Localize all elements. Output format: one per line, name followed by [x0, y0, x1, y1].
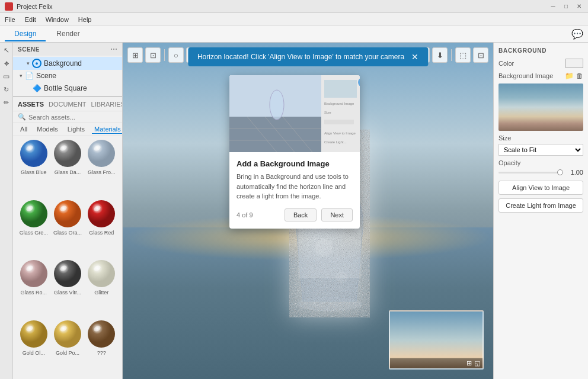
- popup-content: Add a Background Image Bring in a Backgr…: [229, 152, 360, 229]
- scene-item-bottle[interactable]: 🔷 Bottle Square: [13, 82, 122, 95]
- notification-close[interactable]: ✕: [411, 52, 418, 62]
- svg-point-2: [54, 140, 81, 167]
- asset-item[interactable]: Glass Gre...: [18, 199, 49, 257]
- rp-folder-icon[interactable]: 📁: [565, 72, 574, 80]
- svg-point-18: [20, 320, 47, 348]
- rp-color-swatch[interactable]: [565, 59, 583, 68]
- tab-render[interactable]: Render: [47, 27, 89, 41]
- rp-trash-icon[interactable]: 🗑: [576, 72, 583, 80]
- pen-tool-btn[interactable]: ✏: [1, 97, 12, 108]
- select-btn[interactable]: ⊡: [145, 47, 161, 63]
- scene-item-bottle-label: Bottle Square: [44, 84, 87, 92]
- layout-btn[interactable]: ⊡: [473, 47, 488, 63]
- tab-design[interactable]: Design: [5, 27, 46, 41]
- rp-bg-image-label: Background Image: [498, 72, 553, 79]
- menu-file[interactable]: File: [5, 16, 15, 23]
- asset-item[interactable]: Glass Fro...: [86, 139, 117, 197]
- collapse-icon[interactable]: ▾: [25, 60, 31, 66]
- asset-name: Glass Ora...: [53, 230, 82, 236]
- asset-item[interactable]: ???: [86, 319, 117, 377]
- canvas-area[interactable]: Horizon located! Click 'Align View to Im…: [123, 43, 493, 379]
- asset-item[interactable]: Glass Blue: [18, 139, 49, 197]
- create-light-btn[interactable]: Create Light from Image: [498, 198, 583, 213]
- asset-thumbnail: [53, 259, 82, 288]
- minimize-button[interactable]: ─: [549, 2, 557, 11]
- assets-filter-row: All Models Lights Materials: [13, 123, 122, 136]
- rp-size-select[interactable]: Scale to Fit Fit Fill Stretch: [498, 144, 583, 156]
- search-input[interactable]: [28, 114, 117, 121]
- expand-icon[interactable]: ▾: [18, 73, 24, 79]
- svg-point-31: [270, 90, 284, 120]
- menu-help[interactable]: Help: [78, 16, 92, 23]
- menu-window[interactable]: Window: [46, 16, 69, 23]
- scene-menu-icon[interactable]: ⋯: [110, 45, 117, 53]
- rt-separator: [451, 49, 452, 61]
- panel-scroll: SCENE ⋯ ▾ ● Background ▾ 📄 Scen: [13, 43, 122, 379]
- filter-all[interactable]: All: [18, 125, 30, 134]
- assets-tab[interactable]: ASSETS: [18, 101, 44, 108]
- rp-opacity-value: 1.00: [567, 169, 583, 176]
- asset-item[interactable]: Gold Po...: [52, 319, 83, 377]
- svg-point-44: [315, 239, 333, 257]
- move-tool-btn[interactable]: ✥: [1, 58, 12, 69]
- asset-thumbnail: [87, 199, 116, 229]
- popup-preview: Background Image Size Align View to Imag…: [229, 75, 360, 152]
- asset-item[interactable]: Gold Ol...: [18, 319, 49, 377]
- close-button[interactable]: ✕: [575, 2, 583, 11]
- svg-point-4: [88, 140, 115, 167]
- asset-item[interactable]: Glitter: [86, 259, 117, 317]
- next-button[interactable]: Next: [321, 208, 353, 221]
- left-toolbar: ↖ ✥ ▭ ↻ ✏: [0, 43, 13, 379]
- rotate-tool-btn[interactable]: ↻: [1, 84, 12, 95]
- asset-item[interactable]: Glass Ora...: [52, 199, 83, 257]
- svg-point-20: [54, 320, 81, 348]
- asset-item[interactable]: Glass Da...: [52, 139, 83, 197]
- asset-name: Glass Red: [89, 230, 114, 236]
- popup-footer: 4 of 9 Back Next: [237, 208, 353, 221]
- preview-toolbar: ⊞ ◱: [390, 358, 482, 368]
- circle-btn[interactable]: ○: [168, 47, 184, 63]
- svg-text:Size: Size: [324, 111, 331, 114]
- align-view-btn[interactable]: Align View to Image: [498, 181, 583, 195]
- tutorial-popup: Background Image Size Align View to Imag…: [229, 75, 360, 229]
- maximize-button[interactable]: □: [562, 2, 570, 11]
- asset-thumbnail: [19, 259, 49, 288]
- asset-thumbnail: [87, 139, 116, 168]
- scene-item-background[interactable]: ▾ ● Background: [13, 57, 122, 70]
- transform-btn[interactable]: ⊞: [127, 47, 143, 63]
- document-tab[interactable]: DOCUMENT: [49, 101, 87, 108]
- frame-btn[interactable]: ⬚: [455, 47, 471, 63]
- menu-edit[interactable]: Edit: [25, 16, 36, 23]
- rp-opacity-slider[interactable]: [498, 172, 563, 174]
- asset-item[interactable]: Glass Vitr...: [52, 259, 83, 317]
- rp-color-label: Color: [498, 60, 514, 67]
- scene-item-scene[interactable]: ▾ 📄 Scene: [13, 70, 122, 82]
- asset-name: Glass Blue: [21, 169, 47, 175]
- chat-icon[interactable]: 💬: [571, 28, 583, 40]
- popup-counter: 4 of 9: [237, 211, 253, 219]
- window-controls: ─ □ ✕: [549, 2, 583, 11]
- filter-materials[interactable]: Materials: [92, 125, 122, 134]
- rp-bg-actions: 📁 🗑: [565, 72, 583, 80]
- svg-text:Align View to Image: Align View to Image: [324, 131, 356, 135]
- asset-name: Gold Po...: [56, 350, 79, 356]
- back-button[interactable]: Back: [285, 208, 317, 221]
- scene-item-scene-label: Scene: [36, 72, 56, 80]
- assets-grid: Glass BlueGlass Da...Glass Fro...Glass G…: [13, 136, 122, 379]
- preview-grid-btn[interactable]: ⊞: [466, 359, 472, 367]
- app-title: Project Felix: [5, 2, 53, 11]
- tabbar: Design Render 💬: [0, 26, 588, 43]
- svg-text:Create Light...: Create Light...: [324, 140, 347, 144]
- rp-bg-image-preview[interactable]: [498, 83, 583, 131]
- asset-item[interactable]: Glass Ro...: [18, 259, 49, 317]
- mini-viewport: Background Image Size Align View to Imag…: [229, 75, 360, 152]
- rect-tool-btn[interactable]: ▭: [1, 71, 12, 82]
- filter-models[interactable]: Models: [34, 125, 60, 134]
- asset-item[interactable]: Glass Red: [86, 199, 117, 257]
- filter-lights[interactable]: Lights: [65, 125, 87, 134]
- libraries-tab[interactable]: LIBRARIES: [91, 101, 122, 108]
- asset-thumbnail: [53, 319, 82, 349]
- download-btn[interactable]: ⬇: [432, 47, 448, 63]
- preview-expand-btn[interactable]: ◱: [474, 359, 480, 367]
- select-tool-btn[interactable]: ↖: [1, 45, 12, 56]
